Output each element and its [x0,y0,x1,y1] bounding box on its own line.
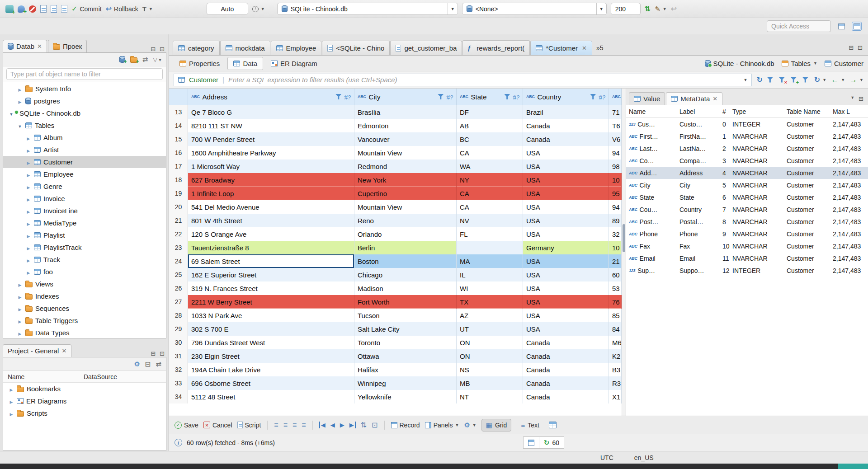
minimize-icon[interactable]: ⊟ [849,44,854,51]
state-cell[interactable]: MB [457,376,523,390]
column-type-cell[interactable]: INTEGER [730,267,784,274]
country-cell[interactable]: Canada [523,390,609,403]
grid-row[interactable]: 27 2211 W Berry Street Fort Worth TX USA… [169,295,622,309]
row-number-cell[interactable]: 33 [169,376,188,390]
expand-arrow-icon[interactable] [26,195,31,202]
list-item[interactable]: Scripts [3,407,166,419]
country-cell[interactable]: USA [523,268,609,281]
column-type-cell[interactable]: NVARCHAR [730,169,784,177]
grid-row[interactable]: 26 319 N. Frances Street Madison WI USA … [169,281,622,295]
breadcrumb-table[interactable]: Customer [825,60,863,67]
schema-combo[interactable]: <None> ▼ [462,3,607,15]
auto-refresh-control[interactable]: ↻ 60 [539,437,564,448]
minimize-icon[interactable]: ⊟ [151,46,156,52]
city-cell[interactable]: Toronto [354,336,457,349]
country-cell[interactable]: Canada [523,363,609,376]
max-length-cell[interactable]: 2,147,483 [830,267,868,274]
tree-item[interactable]: System Info [3,83,166,95]
postalcode-cell[interactable]: 95 [609,187,622,200]
country-cell[interactable]: Canada [523,336,609,349]
column-label-cell[interactable]: FirstNa… [677,133,720,140]
fetch-next-page-icon[interactable]: ⇅ [361,421,367,429]
filter-custom-icon[interactable] [802,77,810,83]
grid-row[interactable]: 19 1 Infinite Loop Cupertino CA USA 95 [169,187,622,200]
column-type-cell[interactable]: NVARCHAR [730,218,784,225]
column-number-cell[interactable]: 9 [720,230,730,238]
column-name-cell[interactable]: ABC City [626,182,677,189]
expand-arrow-icon[interactable] [26,158,31,166]
compare-icon[interactable]: ⇅ [645,5,651,13]
state-cell[interactable]: ON [457,336,523,349]
expand-arrow-icon[interactable] [9,109,14,117]
filter-funnel-icon[interactable] [335,94,341,99]
fetch-all-icon[interactable]: ⊡ [372,421,377,429]
postalcode-cell[interactable]: 10 [609,241,622,254]
metadata-row[interactable]: ABC Phone Phone 9 NVARCHAR Customer 2,14… [626,228,868,240]
address-cell[interactable]: Qe 7 Bloco G [188,105,354,119]
city-cell[interactable]: Fort Worth [354,295,457,309]
expand-arrow-icon[interactable] [17,85,23,93]
column-number-cell[interactable]: 4 [720,169,730,177]
postalcode-cell[interactable]: B3 [609,363,622,376]
tree-item[interactable]: foo [3,266,166,278]
country-cell[interactable]: USA [523,309,609,322]
country-cell[interactable]: USA [523,295,609,309]
table-name-cell[interactable]: Customer [784,243,830,250]
postalcode-cell[interactable]: 21 [609,254,622,268]
row-number-cell[interactable]: 21 [169,214,188,227]
metadata-row[interactable]: ABC State State 6 NVARCHAR Customer 2,14… [626,191,868,203]
state-cell[interactable]: NT [457,390,523,403]
row-number-cell[interactable]: 23 [169,241,188,254]
tree-item[interactable]: Employee [3,168,166,180]
country-cell[interactable]: Brazil [523,105,609,119]
row-number-cell[interactable]: 14 [169,119,188,132]
city-cell[interactable]: Ottawa [354,349,457,363]
column-header-name[interactable]: Name [626,108,677,115]
table-name-cell[interactable]: Customer [784,255,830,262]
metadata-row[interactable]: 123 Sup… Suppo… 12 INTEGER Customer 2,14… [626,264,868,277]
postalcode-cell[interactable]: 71 [609,105,622,119]
filter-apply-icon[interactable] [767,77,774,83]
row-number-cell[interactable]: 31 [169,349,188,363]
column-header-city[interactable]: ABC City [354,89,457,105]
city-cell[interactable]: Edmonton [354,119,457,132]
object-filter-input[interactable] [6,68,163,80]
tab-data[interactable]: Data [227,57,263,70]
row-number-cell[interactable]: 32 [169,363,188,376]
panels-button[interactable]: Panels ▼ [425,422,459,429]
table-name-cell[interactable]: Customer [784,194,830,201]
city-cell[interactable]: Vancouver [354,132,457,146]
expand-arrow-icon[interactable] [26,244,31,251]
city-cell[interactable]: Tucson [354,309,457,322]
filter-remove-icon[interactable]: × [779,77,786,83]
expand-arrow-icon[interactable] [26,207,31,215]
column-name-cell[interactable]: ABC State [626,194,677,201]
row-number-cell[interactable]: 16 [169,146,188,159]
new-connection-icon[interactable] [5,5,14,13]
country-cell[interactable]: Germany [523,241,609,254]
table-name-cell[interactable]: Customer [784,230,830,238]
address-cell[interactable]: 796 Dundas Street West [188,336,354,349]
country-cell[interactable]: USA [523,173,609,187]
grid-row[interactable]: 24 69 Salem Street Boston MA USA 21 [169,254,622,268]
max-length-cell[interactable]: 2,147,483 [830,194,868,201]
filter-funnel-icon[interactable] [438,94,443,99]
editor-tab[interactable]: Employee ✕ [271,41,322,55]
address-cell[interactable]: Tauentzienstraße 8 [188,241,354,254]
metadata-row[interactable]: ABC First… FirstNa… 1 NVARCHAR Customer … [626,130,868,142]
column-label-cell[interactable]: City [677,182,720,189]
grid-settings-button[interactable]: ⚙ ▼ [464,421,476,429]
editor-tab[interactable]: rewards_report( ✕ [462,40,530,55]
table-name-cell[interactable]: Customer [784,145,830,152]
column-name-cell[interactable]: ABC Phone [626,230,677,238]
postalcode-cell[interactable]: 10 [609,173,622,187]
text-view-toggle[interactable]: ≡ Text [516,419,543,431]
column-header-type[interactable]: Type [730,108,784,115]
record-mode-button[interactable]: Record [391,422,420,429]
address-cell[interactable]: 8210 111 ST NW [188,119,354,132]
state-cell[interactable]: TX [457,295,523,309]
row-number-cell[interactable]: 29 [169,322,188,336]
column-name-cell[interactable]: ABC Last… [626,145,677,152]
tab-value[interactable]: Value [629,92,665,105]
tree-item[interactable]: Genre [3,180,166,192]
